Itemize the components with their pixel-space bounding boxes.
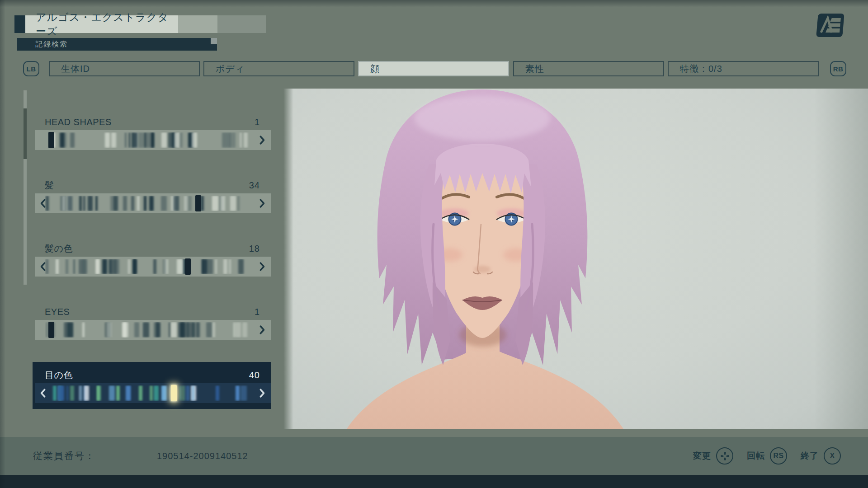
controller-button-icon: RS	[770, 447, 787, 465]
tab-label: 素性	[525, 63, 544, 75]
argos-extractors-logo-icon	[816, 12, 845, 38]
character-portrait	[283, 89, 868, 429]
tab[interactable]: 特徴：0/3	[668, 61, 819, 76]
character-creator-screen: アルゴス・エクストラクターズ 記録検索 LB 生体ID ボディ 顔 素性 特徴：…	[0, 0, 868, 488]
chevron-left-icon[interactable]	[39, 387, 47, 399]
slider-strip[interactable]	[35, 383, 271, 403]
left-vignette	[0, 0, 5, 488]
chevron-right-icon[interactable]	[258, 261, 266, 272]
character-preview-area	[283, 89, 868, 429]
footer-actions: 変更 回転 RS 終了 X	[693, 437, 841, 475]
slider-value: 34	[249, 180, 260, 191]
controller-button-icon: X	[824, 447, 841, 465]
slider-strip[interactable]	[35, 193, 271, 213]
customization-slider-row: 目の色 40	[33, 368, 271, 406]
tab-label: 生体ID	[61, 63, 90, 75]
bottom-letterbox-strip	[0, 475, 868, 488]
customization-slider-row: HEAD SHAPES 1	[33, 115, 271, 153]
footer-action[interactable]: 回転 RS	[747, 447, 787, 465]
record-search-bar: 記録検索	[17, 38, 217, 51]
top-vignette	[0, 0, 868, 7]
chevron-left-icon[interactable]	[39, 197, 47, 209]
slider-bars	[45, 385, 251, 401]
slider-bars	[45, 132, 251, 148]
chevron-left-icon[interactable]	[39, 261, 47, 272]
slider-strip[interactable]	[35, 130, 271, 150]
tab[interactable]: 素性	[513, 61, 664, 76]
dpad-button-icon	[716, 447, 733, 465]
tab[interactable]: ボディ	[203, 61, 354, 76]
preview-left-fade	[283, 89, 293, 429]
slider-marker	[48, 322, 54, 338]
tab-label: ボディ	[216, 63, 245, 75]
tab[interactable]: 顔	[358, 61, 509, 76]
slider-label: 髪の色	[45, 243, 73, 255]
panel-scrollbar-thumb[interactable]	[24, 108, 27, 159]
chevron-right-icon[interactable]	[258, 387, 266, 399]
title-box-extension	[178, 15, 217, 33]
slider-value: 40	[249, 370, 260, 380]
slider-bars	[45, 196, 251, 211]
chevron-right-icon[interactable]	[258, 197, 266, 209]
chevron-right-icon[interactable]	[258, 134, 266, 146]
title-accent-square	[14, 15, 25, 33]
chevron-right-icon[interactable]	[258, 324, 266, 336]
customization-slider-row: EYES 1	[33, 305, 271, 343]
slider-label: 目の色	[45, 369, 73, 381]
footer-action-label: 回転	[747, 450, 765, 462]
slider-marker	[185, 258, 191, 275]
slider-label: HEAD SHAPES	[45, 117, 112, 127]
slider-strip[interactable]	[35, 257, 271, 277]
shoulder-button-rb[interactable]: RB	[830, 61, 846, 76]
footer-action[interactable]: 終了 X	[801, 447, 841, 465]
title-box-extension-faint	[217, 15, 266, 33]
slider-marker	[48, 132, 54, 148]
slider-bars	[45, 322, 251, 338]
search-bar-notch	[211, 38, 217, 44]
tab-label: 特徴：0/3	[680, 63, 722, 75]
slider-value: 1	[255, 117, 260, 127]
slider-marker	[171, 385, 177, 401]
slider-label: 髪	[45, 179, 54, 192]
employee-number-label: 従業員番号：	[33, 450, 95, 462]
slider-strip[interactable]	[35, 320, 271, 340]
page-title: アルゴス・エクストラクターズ	[25, 15, 178, 33]
slider-marker	[195, 195, 201, 211]
slider-bars	[45, 259, 251, 274]
tab-label: 顔	[370, 63, 380, 75]
tab[interactable]: 生体ID	[49, 61, 200, 76]
footer-action[interactable]: 変更	[693, 447, 733, 465]
footer-action-label: 終了	[801, 450, 819, 462]
footer-bar: 従業員番号： 190514-2009140512 変更 回転 RS 終了 X	[0, 437, 868, 475]
employee-number-value: 190514-2009140512	[157, 451, 248, 461]
slider-label: EYES	[45, 307, 70, 317]
slider-value: 18	[249, 244, 260, 254]
footer-action-label: 変更	[693, 450, 711, 462]
preview-right-fade	[814, 89, 868, 429]
slider-value: 1	[255, 307, 260, 317]
customization-slider-row: 髪の色 18	[33, 242, 271, 280]
shoulder-button-lb[interactable]: LB	[23, 61, 39, 76]
customization-slider-row: 髪 34	[33, 178, 271, 216]
